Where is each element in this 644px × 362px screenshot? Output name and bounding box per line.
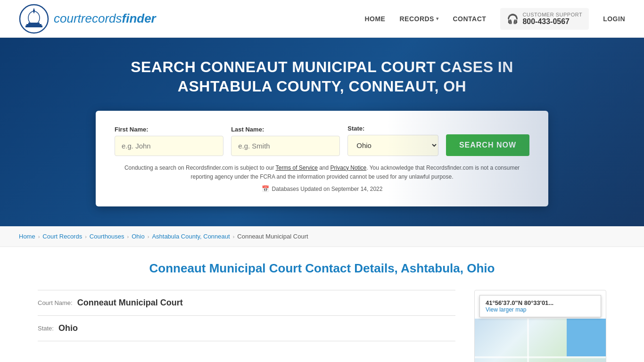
court-name-row: Court Name: Conneaut Municipal Court [38, 290, 455, 316]
breadcrumb-ohio[interactable]: Ohio [132, 233, 144, 240]
breadcrumb-current: Conneaut Municipal Court [237, 233, 308, 240]
header: courtrecordsfinder HOME RECORDS ▾ CONTAC… [0, 0, 644, 38]
map-area: 41°56'37.0"N 80°33'01... View larger map… [474, 290, 606, 362]
support-info: CUSTOMER SUPPORT 800-433-0567 [522, 12, 582, 26]
nav-contact[interactable]: CONTACT [453, 15, 486, 23]
nav-home[interactable]: HOME [364, 15, 385, 23]
state-detail-value: Ohio [58, 323, 78, 333]
terms-link[interactable]: Terms of Service [276, 165, 318, 171]
last-name-label: Last Name: [231, 126, 340, 133]
state-row: State: Ohio [38, 316, 455, 341]
view-larger-map-link[interactable]: View larger map [486, 306, 526, 313]
breadcrumb-ashtabula[interactable]: Ashtabula County, Conneaut [152, 233, 230, 240]
logo-text-bold: finder [122, 11, 156, 25]
breadcrumb-sep-1: › [38, 234, 40, 239]
map-coords: 41°56'37.0"N 80°33'01... [486, 299, 595, 306]
hero-section: SEARCH CONNEAUT MUNICIPAL COURT CASES IN… [0, 38, 644, 226]
breadcrumb-sep-5: › [233, 234, 235, 239]
breadcrumb-sep-3: › [127, 234, 129, 239]
breadcrumb-home[interactable]: Home [19, 233, 35, 240]
db-update: 📅 Databases Updated on September 14, 202… [115, 185, 529, 192]
content-layout: Court Name: Conneaut Municipal Court Sta… [38, 290, 606, 362]
disclaimer-text: Conducting a search on Recordsfinder.com… [115, 164, 529, 181]
map-road-vertical [527, 319, 529, 362]
breadcrumb-sep-2: › [85, 234, 87, 239]
state-select[interactable]: Ohio Alabama Alaska Arizona California C… [347, 135, 438, 156]
svg-rect-2 [28, 23, 40, 24]
main-nav: HOME RECORDS ▾ CONTACT 🎧 CUSTOMER SUPPOR… [364, 8, 625, 30]
first-name-group: First Name: [115, 126, 223, 156]
search-box: First Name: Last Name: State: Ohio Alaba… [96, 111, 548, 206]
logo[interactable]: courtrecordsfinder [19, 4, 156, 34]
state-label: State: [347, 125, 438, 132]
logo-icon [19, 4, 49, 34]
svg-rect-7 [33, 8, 34, 10]
last-name-input[interactable] [231, 136, 340, 156]
support-phone: 800-433-0567 [522, 17, 582, 26]
db-update-text: Databases Updated on September 14, 2022 [272, 186, 383, 192]
logo-text: courtrecordsfinder [54, 11, 156, 26]
search-fields: First Name: Last Name: State: Ohio Alaba… [115, 125, 529, 156]
map-visual[interactable]: Park F... [475, 319, 606, 362]
last-name-group: Last Name: [231, 126, 340, 156]
calendar-icon: 📅 [262, 185, 269, 192]
svg-rect-3 [26, 24, 41, 25]
map-road-horizontal [475, 356, 606, 358]
map-tooltip: 41°56'37.0"N 80°33'01... View larger map [479, 295, 601, 317]
breadcrumb-sep-4: › [148, 234, 149, 239]
section-title: Conneaut Municipal Court Contact Details… [38, 261, 606, 276]
search-button[interactable]: SEARCH NOW [446, 134, 529, 156]
svg-rect-4 [25, 25, 42, 27]
state-detail-label: State: [38, 325, 54, 332]
breadcrumb-courthouses[interactable]: Courthouses [90, 233, 124, 240]
logo-text-regular: courtrecords [54, 11, 122, 25]
details-table: Court Name: Conneaut Municipal Court Sta… [38, 290, 455, 341]
nav-login[interactable]: LOGIN [603, 15, 625, 23]
content-section: Conneaut Municipal Court Contact Details… [0, 247, 644, 362]
breadcrumb-court-records[interactable]: Court Records [42, 233, 82, 240]
state-group: State: Ohio Alabama Alaska Arizona Calif… [347, 125, 438, 156]
first-name-input[interactable] [115, 136, 223, 156]
page-title: SEARCH CONNEAUT MUNICIPAL COURT CASES IN… [110, 58, 534, 97]
breadcrumb: Home › Court Records › Courthouses › Ohi… [0, 226, 644, 247]
customer-support-box: 🎧 CUSTOMER SUPPORT 800-433-0567 [500, 8, 589, 30]
svg-point-1 [28, 11, 40, 25]
privacy-link[interactable]: Privacy Notice [330, 165, 367, 171]
map-water [567, 319, 606, 356]
court-name-label: Court Name: [38, 299, 73, 306]
headset-icon: 🎧 [507, 13, 519, 25]
nav-records[interactable]: RECORDS ▾ [399, 15, 438, 23]
support-label: CUSTOMER SUPPORT [522, 12, 582, 17]
map-container: 41°56'37.0"N 80°33'01... View larger map… [474, 290, 606, 362]
first-name-label: First Name: [115, 126, 223, 133]
court-name-value: Conneaut Municipal Court [77, 298, 183, 308]
chevron-down-icon: ▾ [436, 16, 439, 21]
